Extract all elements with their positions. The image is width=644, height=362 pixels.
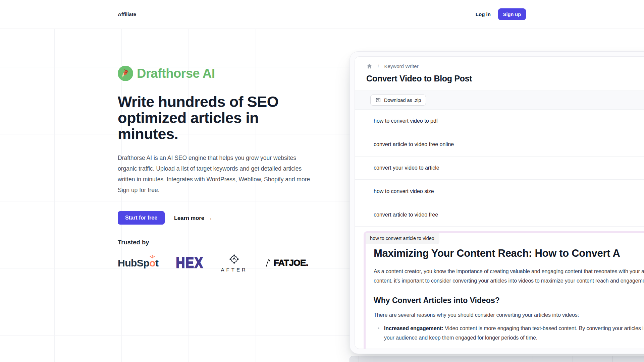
hubspot-text: HubSp xyxy=(118,257,149,269)
hero-section: Drafthorse AI Write hundreds of SEO opti… xyxy=(118,66,322,273)
hubspot-o: o xyxy=(149,257,155,268)
article-bullet-list: Increased engagement: Video content is m… xyxy=(374,324,644,343)
article-section-intro: There are several reasons why you should… xyxy=(374,312,644,318)
trusted-logos: HubSpot HEX AFTER FATJOE. xyxy=(118,253,322,273)
after-wordmark: AFTER xyxy=(221,267,248,273)
hubspot-logo: HubSpot xyxy=(118,257,158,269)
app-window: / Keyword Writer Convert Video to Blog P… xyxy=(355,56,644,349)
breadcrumb: / Keyword Writer xyxy=(355,57,644,69)
article-section-heading: Why Convert Articles into Videos? xyxy=(374,296,644,305)
download-label: Download as .zip xyxy=(384,98,421,103)
article-preview-popover: how to convert article to video Maximizi… xyxy=(364,231,644,349)
breadcrumb-current: Keyword Writer xyxy=(384,63,418,69)
hex-logo: HEX xyxy=(176,254,203,271)
hubspot-text-end: t xyxy=(155,257,159,269)
next-table-edge xyxy=(350,356,644,362)
article-title: Maximizing Your Content Reach: How to Co… xyxy=(374,247,644,259)
fatjoe-mark-icon xyxy=(265,258,274,268)
keyword-row[interactable]: how to convert video to pdf xyxy=(355,110,644,133)
brand-name: Drafthorse AI xyxy=(137,66,215,81)
bullet-item-continued: your audience and keep them engaged for … xyxy=(374,333,644,343)
fatjoe-wordmark: FATJOE. xyxy=(274,258,308,268)
bullet-text: Video content is more engaging than text… xyxy=(443,325,644,331)
keyword-row[interactable]: convert article to video free xyxy=(355,203,644,227)
fatjoe-logo: FATJOE. xyxy=(265,258,308,268)
nav-right-group: Log in Sign up xyxy=(476,8,526,20)
download-icon xyxy=(375,97,381,103)
bullet-item: Increased engagement: Video content is m… xyxy=(374,324,644,333)
cta-row: Start for free Learn more → xyxy=(118,211,322,225)
top-nav: Affiliate Log in Sign up xyxy=(0,0,644,29)
affiliate-link[interactable]: Affiliate xyxy=(118,11,136,17)
horse-icon xyxy=(118,66,133,81)
start-for-free-button[interactable]: Start for free xyxy=(118,211,165,225)
app-window-frame: / Keyword Writer Convert Video to Blog P… xyxy=(350,51,644,354)
bullet-bold: Increased engagement: xyxy=(384,325,443,331)
breadcrumb-separator: / xyxy=(378,63,379,69)
keyword-row[interactable]: convert your video to article xyxy=(355,157,644,180)
article-content: Maximizing Your Content Reach: How to Co… xyxy=(366,244,644,343)
article-intro: As a content creator, you know the impor… xyxy=(374,267,644,286)
brand-logo: Drafthorse AI xyxy=(118,66,322,81)
after-logo: AFTER xyxy=(221,253,248,273)
keyword-row[interactable]: how to convert video size xyxy=(355,180,644,203)
signup-button[interactable]: Sign up xyxy=(498,8,526,20)
compass-icon xyxy=(228,253,240,265)
learn-more-link[interactable]: Learn more → xyxy=(174,215,212,221)
hovered-keyword-chip[interactable]: how to convert article to video xyxy=(366,233,439,244)
keyword-row[interactable]: convert article to video free online xyxy=(355,133,644,157)
page-title: Convert Video to Blog Post xyxy=(355,69,644,83)
hero-headline: Write hundreds of SEO optimized articles… xyxy=(118,94,292,142)
article-intro-line: As a content creator, you know the impor… xyxy=(374,267,644,276)
table-toolbar: Download as .zip xyxy=(355,90,644,110)
article-intro-line: content, it's important to consider conv… xyxy=(374,276,644,286)
arrow-right-icon: → xyxy=(207,215,213,221)
login-button[interactable]: Log in xyxy=(476,11,491,17)
learn-more-label: Learn more xyxy=(174,215,204,221)
download-zip-button[interactable]: Download as .zip xyxy=(370,95,426,106)
home-icon[interactable] xyxy=(366,63,373,69)
hero-description: Drafthorse AI is an AI SEO engine that h… xyxy=(118,153,316,195)
trusted-by-label: Trusted by xyxy=(118,239,322,246)
hubspot-sprocket-icon: o xyxy=(149,257,155,269)
